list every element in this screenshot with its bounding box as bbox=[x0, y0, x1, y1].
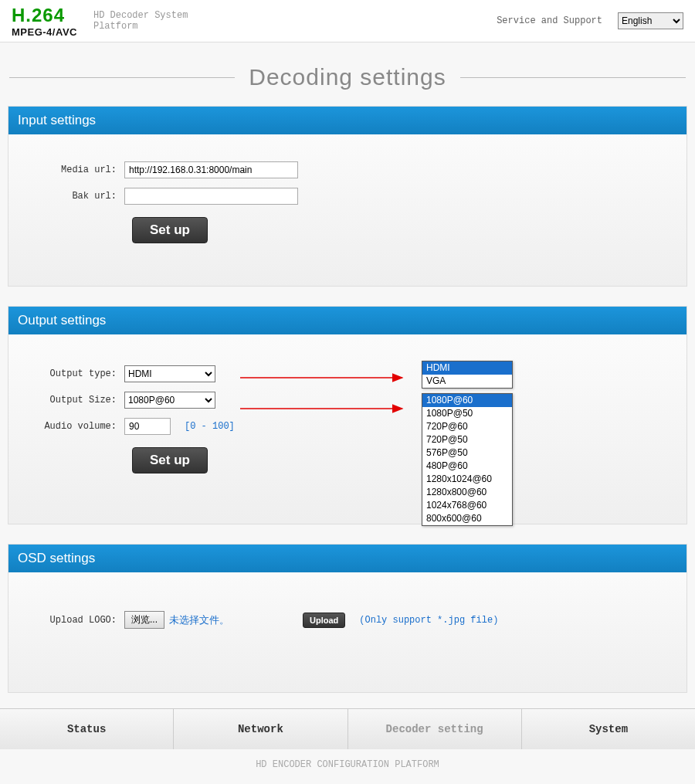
logo-subtitle: MPEG-4/AVC bbox=[12, 26, 77, 38]
input-settings-panel: Input settings Media url: Bak url: Set u… bbox=[8, 106, 687, 287]
footer-text: HD ENCODER CONFIGURATION PLATFORM bbox=[0, 759, 695, 770]
dropdown-option[interactable]: 1280x1024@60 bbox=[422, 473, 512, 486]
output-settings-panel: Output settings Output type: HDMI Output… bbox=[8, 306, 687, 524]
upload-hint: (Only support *.jpg file) bbox=[359, 615, 498, 626]
output-size-label: Output Size: bbox=[24, 395, 124, 406]
divider bbox=[9, 77, 235, 78]
media-url-input[interactable] bbox=[124, 161, 298, 178]
dropdown-option[interactable]: 800x600@60 bbox=[422, 512, 512, 525]
dropdown-option[interactable]: 720P@50 bbox=[422, 433, 512, 446]
dropdown-option[interactable]: 1024x768@60 bbox=[422, 499, 512, 512]
page-title: Decoding settings bbox=[235, 64, 459, 90]
dropdown-option[interactable]: 1080P@60 bbox=[422, 394, 512, 407]
input-setup-button[interactable]: Set up bbox=[132, 217, 208, 243]
upload-button[interactable]: Upload bbox=[303, 613, 345, 628]
output-type-label: Output type: bbox=[24, 368, 124, 379]
divider bbox=[460, 77, 686, 78]
audio-volume-label: Audio volume: bbox=[24, 421, 124, 432]
no-file-text: 未选择文件。 bbox=[169, 613, 229, 627]
audio-volume-hint: [0 - 100] bbox=[185, 421, 235, 432]
nav-decoder-setting[interactable]: Decoder setting bbox=[348, 709, 522, 749]
dropdown-option[interactable]: 480P@60 bbox=[422, 460, 512, 473]
output-size-options-popup[interactable]: 1080P@60 1080P@50 720P@60 720P@50 576P@5… bbox=[422, 393, 513, 526]
bak-url-input[interactable] bbox=[124, 188, 298, 205]
service-support-link[interactable]: Service and Support bbox=[497, 15, 602, 26]
output-size-select[interactable]: 1080P@60 bbox=[124, 392, 215, 409]
dropdown-option[interactable]: 576P@50 bbox=[422, 446, 512, 460]
language-select[interactable]: English bbox=[618, 12, 683, 29]
upload-logo-label: Upload LOGO: bbox=[24, 615, 124, 626]
page-title-wrap: Decoding settings bbox=[9, 64, 686, 90]
input-settings-title: Input settings bbox=[8, 107, 687, 134]
bottom-nav: Status Network Decoder setting System bbox=[0, 708, 695, 749]
bak-url-label: Bak url: bbox=[24, 191, 124, 202]
dropdown-option[interactable]: 720P@60 bbox=[422, 420, 512, 433]
output-type-select[interactable]: HDMI bbox=[124, 365, 215, 382]
osd-settings-title: OSD settings bbox=[8, 545, 687, 572]
audio-volume-input[interactable] bbox=[124, 418, 171, 435]
output-setup-button[interactable]: Set up bbox=[132, 447, 208, 473]
nav-network[interactable]: Network bbox=[174, 709, 348, 749]
dropdown-option[interactable]: VGA bbox=[422, 375, 512, 388]
output-type-options-popup[interactable]: HDMI VGA bbox=[422, 361, 513, 389]
arrow-annotation-icon bbox=[240, 404, 410, 413]
osd-settings-panel: OSD settings Upload LOGO: 浏览... 未选择文件。 U… bbox=[8, 544, 687, 693]
logo-title: H.264 bbox=[12, 5, 77, 26]
nav-system[interactable]: System bbox=[522, 709, 695, 749]
browse-button[interactable]: 浏览... bbox=[124, 611, 164, 629]
nav-status[interactable]: Status bbox=[0, 709, 174, 749]
dropdown-option[interactable]: HDMI bbox=[422, 361, 512, 375]
media-url-label: Media url: bbox=[24, 165, 124, 175]
logo-description: HD Decoder System Platform bbox=[93, 10, 188, 32]
app-header: H.264 MPEG-4/AVC HD Decoder System Platf… bbox=[0, 0, 695, 42]
arrow-annotation-icon bbox=[240, 373, 410, 382]
dropdown-option[interactable]: 1280x800@60 bbox=[422, 486, 512, 499]
logo: H.264 MPEG-4/AVC bbox=[12, 5, 77, 38]
output-settings-title: Output settings bbox=[8, 307, 687, 334]
dropdown-option[interactable]: 1080P@50 bbox=[422, 407, 512, 420]
